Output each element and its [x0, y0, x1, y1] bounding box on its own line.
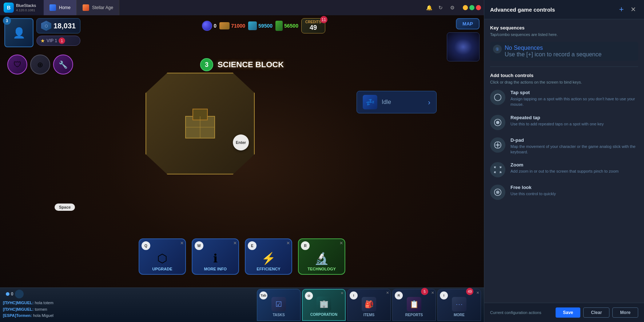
technology-key: R — [301, 241, 310, 250]
minimize-btn[interactable] — [463, 5, 468, 10]
free-look-info: Free look Use this control to quickly — [510, 185, 638, 197]
reports-close[interactable]: ✕ — [431, 291, 434, 295]
free-look-name: Free look — [510, 185, 638, 190]
space-key-label: Space — [55, 204, 75, 211]
panel-title: Advanced game controls — [490, 7, 555, 13]
tab-stellar-age[interactable]: Stellar Age — [77, 0, 119, 15]
chat-area: 0 [ПУНС]MIGUEL: hola totem [ПУНС]MIGUEL:… — [0, 288, 142, 322]
repeated-tap-svg — [494, 118, 502, 126]
vip-box[interactable]: ★ VIP 1 1 — [36, 36, 80, 46]
titlebar-controls: 🔔 ↻ ⚙ — [421, 2, 460, 13]
gold-value: 18,031 — [53, 22, 76, 30]
corp-key: O — [305, 292, 313, 300]
dpad-name: D-pad — [510, 137, 638, 143]
technology-label: TECHNOLOGY — [307, 267, 336, 271]
zoom-svg — [494, 166, 502, 174]
player-avatar[interactable]: 👤 3 — [4, 18, 33, 47]
crystal-icon — [248, 21, 257, 30]
panel-add-btn[interactable]: + — [616, 4, 627, 15]
zoom-control: Zoom Add zoom in or out to the screen th… — [490, 162, 638, 177]
game-tab-icon — [83, 4, 89, 11]
resource-row: 0 71000 59500 56500 CREDITS 49 — [202, 18, 325, 33]
hud-resources: 0 71000 59500 56500 CREDITS 49 — [83, 18, 444, 33]
more-label: MORE — [454, 313, 465, 317]
tab-items[interactable]: I ✕ 🎒 ITEMS — [347, 289, 391, 321]
enter-key-overlay[interactable]: Enter — [233, 134, 249, 150]
orb-resource[interactable]: 0 — [202, 21, 216, 31]
technology-btn[interactable]: R ✕ 🔬 TECHNOLOGY — [298, 238, 345, 275]
building — [146, 73, 255, 174]
key-sequences-section: Key sequences Tap/combo sequences are li… — [490, 25, 638, 61]
more-info-btn[interactable]: W ✕ ℹ MORE INFO — [192, 238, 239, 275]
player-level: 3 — [3, 17, 11, 25]
more-close[interactable]: ✕ — [476, 291, 479, 295]
settings-btn[interactable]: ⚙ — [447, 2, 458, 13]
bluestacks-logo: B BlueStacks 4.120.0.1081 — [0, 0, 44, 15]
bullets-resource[interactable]: 71000 — [219, 22, 245, 29]
clear-button[interactable]: Clear — [583, 307, 609, 318]
tap-spot-icon[interactable] — [490, 90, 505, 105]
more-info-close[interactable]: ✕ — [233, 241, 237, 246]
tab-home[interactable]: Home — [44, 0, 77, 15]
upgrade-key: Q — [142, 241, 150, 250]
upgrade-btn[interactable]: Q ✕ ⬡ UPGRADE — [139, 238, 186, 275]
items-label: ITEMS — [363, 313, 375, 317]
items-icon: 🎒 — [362, 297, 376, 311]
repeated-tap-icon[interactable] — [490, 115, 505, 130]
tab-reports[interactable]: R ✕ 5 📋 REPORTS — [392, 289, 436, 321]
free-look-icon[interactable] — [490, 185, 505, 200]
gold-box[interactable]: ⬡ 18,031 — [36, 18, 80, 33]
bluestacks-app-name: BlueStacks — [16, 3, 36, 8]
green-resource[interactable]: 56500 — [275, 21, 298, 31]
panel-footer: Current configuration actions Save Clear… — [484, 303, 644, 322]
tab-home-label: Home — [59, 5, 71, 10]
idle-arrow: › — [428, 98, 430, 106]
vip-label: VIP 1 — [47, 38, 57, 43]
more-badge: 49 — [466, 288, 473, 295]
idle-panel[interactable]: 💤 Idle › — [357, 91, 437, 113]
tap-spot-name: Tap spot — [510, 90, 638, 95]
more-info-label: MORE INFO — [204, 267, 227, 271]
map-button[interactable]: MAP — [456, 18, 480, 29]
technology-close[interactable]: ✕ — [339, 241, 343, 246]
credits-badge: 11 — [320, 16, 327, 23]
tab-tasks[interactable]: Tab ☑ TASKS — [257, 289, 301, 321]
hud-top: 👤 3 ⬡ 18,031 ★ VIP 1 1 0 7100 — [0, 15, 484, 63]
notification-btn[interactable]: 🔔 — [424, 2, 434, 13]
chat-msg-2: [ПУНС]MIGUEL: tormen — [3, 306, 139, 313]
tap-spot-desc: Assign tapping on a spot with this actio… — [510, 96, 638, 108]
efficiency-close[interactable]: ✕ — [286, 241, 290, 246]
vip-star: ★ — [40, 38, 45, 44]
tab-more[interactable]: I ✕ 49 ⋯ MORE — [437, 289, 481, 321]
corp-close[interactable]: ✕ — [341, 291, 343, 295]
refresh-btn[interactable]: ↻ — [435, 2, 446, 13]
no-seq-icon: ① — [493, 45, 502, 53]
window-close-btn[interactable] — [476, 5, 481, 10]
zoom-icon[interactable] — [490, 162, 505, 177]
upgrade-label: UPGRADE — [152, 267, 172, 271]
items-close[interactable]: ✕ — [386, 291, 389, 295]
more-info-key: W — [195, 241, 203, 250]
more-button[interactable]: More — [612, 307, 638, 318]
panel-header: Advanced game controls + ✕ — [484, 0, 644, 19]
key-sequences-title: Key sequences — [490, 25, 638, 31]
efficiency-btn[interactable]: E ✕ ⚡ EFFICIENCY — [245, 238, 292, 275]
upgrade-close[interactable]: ✕ — [180, 241, 184, 246]
maximize-btn[interactable] — [469, 5, 474, 10]
online-indicator: 0 — [3, 288, 139, 300]
dpad-icon[interactable] — [490, 137, 505, 153]
free-look-svg — [494, 188, 502, 196]
bottom-buttons: Q ✕ ⬡ UPGRADE W ✕ ℹ MORE INFO E ✕ ⚡ EFFI… — [139, 238, 345, 275]
svg-point-10 — [497, 144, 498, 146]
panel-close-btn[interactable]: ✕ — [628, 4, 638, 15]
no-sequences-link[interactable]: No Sequences — [505, 45, 601, 51]
online-dot — [6, 292, 9, 296]
crystal-resource[interactable]: 59500 — [248, 21, 273, 30]
bluestacks-icon: B — [4, 3, 14, 13]
nav-tabs: Tab ☑ TASKS O ✕ 🏢 CORPORATION I ✕ 🎒 ITEM… — [142, 288, 484, 322]
svg-point-4 — [494, 94, 501, 101]
tasks-key: Tab — [259, 291, 267, 299]
save-button[interactable]: Save — [556, 307, 580, 318]
tab-corporation[interactable]: O ✕ 🏢 CORPORATION — [302, 289, 346, 321]
space-key[interactable]: Space — [55, 204, 75, 211]
